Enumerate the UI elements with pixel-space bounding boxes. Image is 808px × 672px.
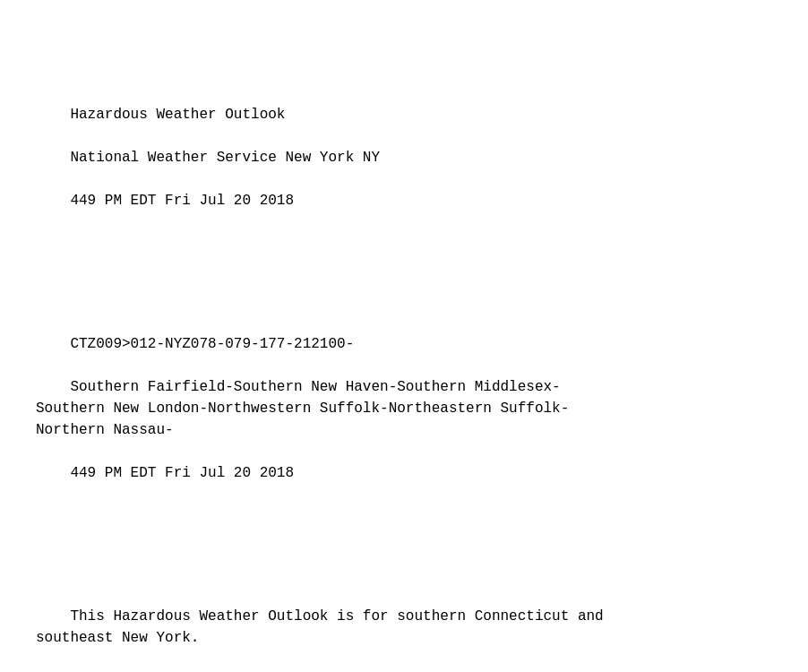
zones-desc: Southern Fairfield-Southern New Haven-So… <box>36 379 569 438</box>
document-title: Hazardous Weather Outlook <box>70 107 285 123</box>
intro-text: This Hazardous Weather Outlook is for so… <box>36 608 604 646</box>
document-container: Hazardous Weather Outlook National Weath… <box>36 18 772 672</box>
document-title-block: Hazardous Weather Outlook National Weath… <box>36 82 772 233</box>
timestamp2: 449 PM EDT Fri Jul 20 2018 <box>70 465 294 481</box>
timestamp1: 449 PM EDT Fri Jul 20 2018 <box>70 193 294 209</box>
zone-code: CTZ009>012-NYZ078-079-177-212100- <box>70 336 354 352</box>
intro-paragraph: This Hazardous Weather Outlook is for so… <box>36 584 772 670</box>
zone-block: CTZ009>012-NYZ078-079-177-212100- Southe… <box>36 312 772 505</box>
issuer: National Weather Service New York NY <box>70 150 380 166</box>
